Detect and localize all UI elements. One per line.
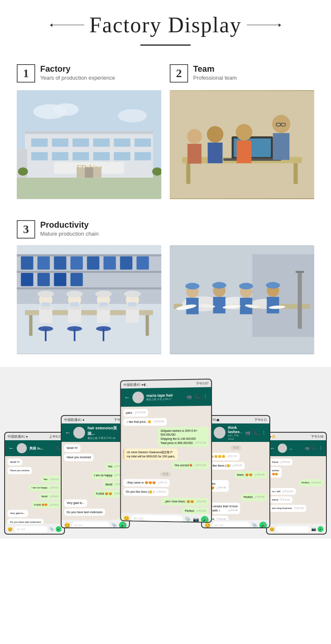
day-divider: 今天 bbox=[230, 445, 241, 450]
call-icon[interactable]: 📞 bbox=[194, 394, 200, 399]
svg-point-72 bbox=[66, 291, 83, 297]
phone-1-chat-name: 美国 3c... bbox=[29, 446, 54, 451]
phones-container: 中国联通4G ● 上午9:21 ← 美国 3c... 📞 WoW !!!! Ha… bbox=[4, 375, 327, 526]
section1-number: 1 bbox=[17, 64, 35, 83]
workers-svg-1 bbox=[17, 245, 161, 354]
call-icon[interactable]: 📞 bbox=[56, 446, 61, 450]
video-icon[interactable]: 📹 bbox=[186, 394, 192, 400]
svg-rect-62 bbox=[146, 315, 149, 335]
chat-input[interactable]: 输入信息 bbox=[14, 526, 48, 532]
team-image bbox=[170, 90, 314, 199]
phone-1-chat-body: WoW !!!! Have you receive Yes上午9:21 I am… bbox=[5, 456, 64, 524]
phone-2-wrapper: 中国联通4G ● 下午7:48 ← hair extension英国... 最后… bbox=[61, 415, 130, 528]
attach-icon: 📎 bbox=[111, 523, 117, 528]
svg-rect-28 bbox=[186, 163, 190, 184]
svg-rect-47 bbox=[17, 287, 161, 289]
mic-button[interactable]: 🎤 bbox=[119, 522, 127, 528]
svg-rect-6 bbox=[25, 131, 153, 134]
factory-image: FDshine bbox=[17, 90, 161, 199]
section3-text: Productivity Mature production chain bbox=[40, 220, 98, 237]
phone-4-chat-body: 今天 be in 😊😊😊上午7:17 you like them (😊/上午8:… bbox=[202, 442, 269, 520]
chat-input[interactable]: 输入信息 bbox=[212, 522, 250, 528]
svg-rect-25 bbox=[85, 167, 93, 178]
section1-subtitle: Years of production experience bbox=[40, 75, 115, 81]
svg-rect-51 bbox=[70, 257, 83, 270]
emoji-icon: 😊 bbox=[64, 522, 70, 529]
phone-2-chat-name: hair extension英国... bbox=[88, 426, 117, 436]
svg-rect-57 bbox=[37, 273, 50, 286]
svg-rect-7 bbox=[31, 138, 48, 147]
more-icon[interactable]: ⋮ bbox=[319, 446, 323, 450]
phone-4-input-bar: 😊 输入信息 📎 🎤 bbox=[202, 520, 269, 528]
mic-button[interactable]: 🎤 bbox=[259, 522, 267, 528]
svg-point-102 bbox=[212, 282, 227, 289]
svg-rect-58 bbox=[54, 273, 67, 286]
call-icon[interactable]: 📞 bbox=[253, 430, 259, 436]
phone-4-status: ●☀️23%◼ 下午4:11 bbox=[202, 416, 269, 423]
svg-point-35 bbox=[236, 124, 252, 140]
phone-4-lastseen: 9/27, 下午10:03 bbox=[228, 434, 242, 440]
svg-rect-52 bbox=[87, 257, 100, 270]
svg-point-2 bbox=[54, 103, 79, 116]
svg-point-67 bbox=[37, 291, 54, 297]
svg-rect-84 bbox=[45, 329, 47, 341]
header-line-left bbox=[51, 25, 84, 25]
chat-input[interactable] bbox=[276, 526, 310, 532]
section2-subtitle: Professional team bbox=[193, 75, 237, 81]
svg-point-3 bbox=[118, 109, 147, 122]
phone-3-chat-body: pairs.上午10:59 , i like that price. 😊上午10… bbox=[121, 406, 211, 514]
msg: friend上午9:19 bbox=[269, 459, 292, 465]
phone-2-chat-body: WoW !!!! Have you received Yes上午9:21 I a… bbox=[62, 442, 129, 520]
phone-3-avatar bbox=[132, 392, 144, 403]
emoji-icon: 😊 bbox=[124, 515, 130, 522]
msg: Perfect上午9:40 bbox=[299, 479, 323, 486]
section2-info: 2 Team Professional team bbox=[170, 64, 314, 83]
svg-rect-46 bbox=[17, 271, 161, 273]
more-icon[interactable]: ⋮ bbox=[261, 430, 266, 436]
phone-2-lastseen: 最后上线 子养天下午7:48 bbox=[88, 436, 117, 440]
phone-5-input-bar: 😊 📷 🎤 bbox=[267, 524, 326, 535]
msg: ave long business下午1:05 bbox=[269, 505, 306, 512]
msg: , i like that price. 😊上午10:59 bbox=[124, 418, 167, 426]
header-section: Factory Display bbox=[0, 0, 331, 56]
svg-rect-54 bbox=[120, 257, 132, 270]
mic-button[interactable]: 🎤 bbox=[318, 526, 323, 532]
svg-rect-48 bbox=[21, 257, 34, 270]
section3-number: 3 bbox=[17, 220, 35, 239]
svg-point-99 bbox=[185, 283, 199, 290]
phone-4-avatar bbox=[214, 427, 225, 439]
attach-icon: 📎 bbox=[252, 523, 258, 528]
msg: ce i sell上午12:52 bbox=[269, 488, 296, 495]
svg-rect-50 bbox=[54, 257, 67, 270]
video-icon[interactable]: 📹 bbox=[245, 430, 251, 436]
phone-1-icons: 📞 bbox=[56, 446, 61, 450]
msg: Us nene Daneen Swanson成交客户my total will … bbox=[124, 449, 178, 460]
more-icon[interactable]: ⋮ bbox=[203, 394, 208, 399]
phone-1-avatar bbox=[17, 443, 27, 453]
msg: Fc526 😍😍上午9:21 bbox=[31, 501, 62, 508]
msg: Yes上午9:21 bbox=[41, 476, 62, 483]
svg-rect-40 bbox=[187, 144, 202, 164]
camera-icon[interactable]: 📷 bbox=[193, 517, 199, 523]
svg-rect-38 bbox=[208, 143, 222, 163]
msg: WoW !!!! bbox=[8, 459, 22, 465]
phone-2: 中国联通4G ● 下午7:48 ← hair extension英国... 最后… bbox=[61, 415, 130, 528]
svg-rect-15 bbox=[72, 152, 89, 161]
video-icon[interactable]: 📹 bbox=[305, 446, 309, 450]
msg: I am so happy上午9:21 bbox=[29, 484, 62, 491]
phone-3-header: ← maria tape hair 最后上线 今天上午9:17 📹 📞 ⋮ bbox=[121, 387, 211, 407]
day-divider: 今天 bbox=[160, 472, 171, 477]
mic-button[interactable]: 🎤 bbox=[201, 516, 208, 523]
phone-5-status: ●☀️ 下午3:04 bbox=[267, 433, 326, 440]
chat-input[interactable]: 输入信息 bbox=[72, 522, 110, 528]
production-image-2 bbox=[170, 245, 314, 354]
msg: Have you receive bbox=[8, 467, 32, 474]
camera-icon[interactable]: 📷 bbox=[311, 527, 316, 531]
phone-5: ●☀️ 下午3:04 ← ... 📹 📞 ⋮ friend bbox=[266, 432, 327, 535]
chat-input[interactable]: 输入信息 bbox=[131, 515, 183, 523]
svg-rect-55 bbox=[137, 257, 149, 270]
svg-rect-88 bbox=[103, 329, 104, 341]
svg-rect-36 bbox=[237, 140, 251, 163]
phone-3: 中国联通4G ●◐ 下午3:07 ← maria tape hair 最后上线 … bbox=[120, 379, 212, 523]
call-icon[interactable]: 📞 bbox=[312, 446, 316, 450]
